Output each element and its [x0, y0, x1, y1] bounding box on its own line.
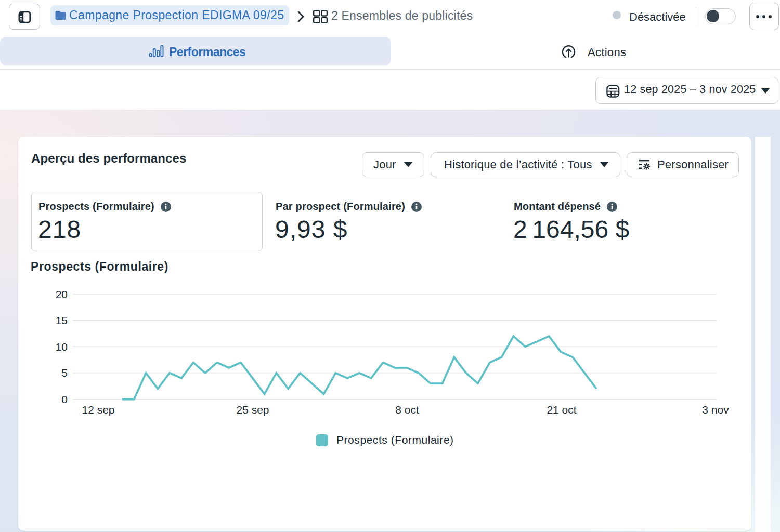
svg-text:10: 10: [56, 341, 68, 353]
svg-text:25 sep: 25 sep: [236, 404, 269, 416]
svg-text:3 nov: 3 nov: [702, 404, 729, 416]
svg-text:0: 0: [61, 393, 68, 405]
svg-text:5: 5: [61, 367, 68, 379]
svg-text:21 oct: 21 oct: [547, 404, 576, 416]
svg-text:15: 15: [56, 314, 68, 326]
svg-text:12 sep: 12 sep: [82, 404, 114, 416]
svg-text:20: 20: [56, 288, 68, 300]
svg-text:8 oct: 8 oct: [395, 404, 419, 416]
